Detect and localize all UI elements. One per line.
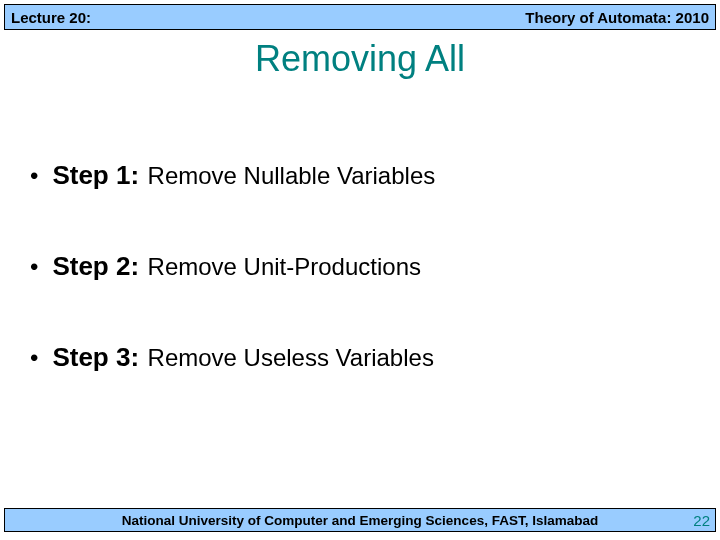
step-text: Remove Unit-Productions — [148, 253, 421, 280]
bullet-dot-icon: • — [30, 164, 38, 188]
bullet-dot-icon: • — [30, 255, 38, 279]
footer-text: National University of Computer and Emer… — [122, 513, 598, 528]
bullet-dot-icon: • — [30, 346, 38, 370]
page-number: 22 — [693, 512, 710, 529]
step-text: Remove Useless Variables — [148, 344, 434, 371]
step-text: Remove Nullable Variables — [148, 162, 436, 189]
lecture-label: Lecture 20: — [11, 9, 91, 26]
slide-body: • Step 1: Remove Nullable Variables • St… — [30, 160, 690, 433]
slide-title: Removing All — [0, 38, 720, 80]
header-bar: Lecture 20: Theory of Automata: 2010 — [4, 4, 716, 30]
bullet-item: • Step 2: Remove Unit-Productions — [30, 251, 690, 282]
step-label: Step 1: — [52, 160, 139, 190]
step-label: Step 3: — [52, 342, 139, 372]
footer-bar: National University of Computer and Emer… — [4, 508, 716, 532]
course-label: Theory of Automata: 2010 — [525, 9, 709, 26]
bullet-item: • Step 3: Remove Useless Variables — [30, 342, 690, 373]
step-label: Step 2: — [52, 251, 139, 281]
bullet-item: • Step 1: Remove Nullable Variables — [30, 160, 690, 191]
